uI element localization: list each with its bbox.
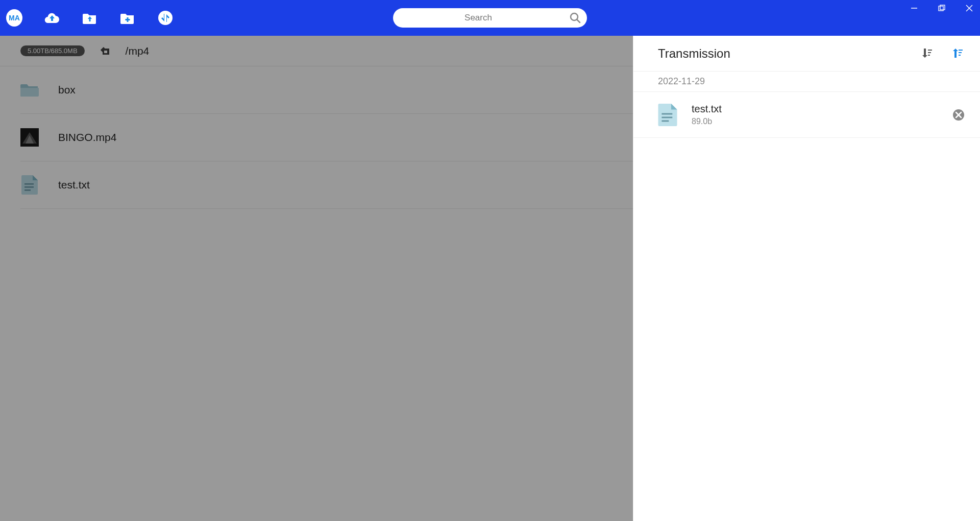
transmission-title: Transmission	[658, 46, 730, 61]
app-logo-text: MA	[6, 9, 22, 27]
transmission-date: 2022-11-29	[633, 72, 980, 92]
transmission-panel: Transmission	[633, 36, 980, 521]
transmission-header: Transmission	[633, 36, 980, 72]
cloud-upload-icon	[44, 11, 60, 25]
search-input[interactable]	[393, 13, 564, 23]
upload-cloud-button[interactable]	[44, 10, 60, 26]
svg-rect-20	[662, 120, 669, 122]
search-icon	[570, 12, 581, 23]
svg-rect-14	[928, 55, 930, 56]
svg-rect-12	[928, 50, 932, 51]
transmission-item[interactable]: test.txt 89.0b	[633, 92, 980, 138]
app-logo[interactable]: MA	[6, 10, 22, 26]
svg-point-0	[158, 11, 173, 25]
folder-upload-button[interactable]	[82, 10, 98, 26]
search-button[interactable]	[564, 12, 587, 23]
transfer-icon	[158, 10, 173, 26]
svg-rect-18	[662, 113, 672, 114]
transfer-button[interactable]	[157, 10, 174, 26]
topbar: MA	[0, 0, 980, 36]
svg-rect-15	[959, 50, 963, 51]
transmission-item-name: test.txt	[692, 103, 952, 115]
topbar-left: MA	[0, 10, 174, 26]
main-area: 5.00TB/685.0MB /mp4	[0, 36, 980, 521]
minimize-button[interactable]	[908, 3, 921, 13]
sort-download-button[interactable]	[921, 47, 934, 60]
folder-new-button[interactable]	[119, 10, 136, 26]
arrow-up-list-icon	[951, 47, 964, 59]
arrow-down-list-icon	[921, 47, 933, 59]
search-box	[393, 8, 587, 28]
transmission-item-info: test.txt 89.0b	[692, 103, 952, 126]
transmission-item-remove[interactable]	[952, 109, 965, 121]
svg-line-2	[577, 20, 580, 23]
text-file-icon	[658, 104, 678, 126]
close-button[interactable]	[963, 3, 976, 13]
svg-rect-16	[959, 52, 962, 53]
transmission-item-size: 89.0b	[692, 117, 952, 126]
svg-rect-19	[662, 116, 672, 118]
maximize-button[interactable]	[935, 3, 948, 13]
minimize-icon	[911, 5, 918, 12]
folder-plus-icon	[120, 11, 135, 25]
svg-rect-13	[928, 52, 931, 53]
sort-upload-button[interactable]	[951, 47, 965, 60]
svg-rect-17	[959, 55, 961, 56]
close-icon	[966, 5, 973, 12]
folder-upload-icon	[82, 11, 97, 25]
close-circle-icon	[952, 109, 965, 121]
transmission-actions	[921, 47, 965, 60]
window-controls	[908, 3, 976, 13]
maximize-icon	[938, 5, 945, 12]
